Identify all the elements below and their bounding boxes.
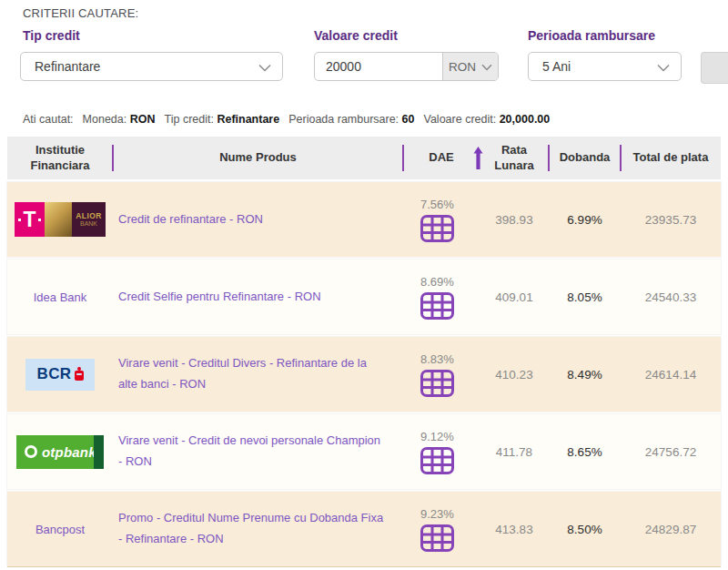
header-divider <box>402 145 404 171</box>
valoare-credit-input[interactable] <box>315 53 442 80</box>
total-de-plata-value: 24756.72 <box>621 414 721 489</box>
perioada-rambursare-select[interactable]: 5 Ani <box>528 52 682 81</box>
institution-cell: Idea Bank <box>7 260 113 334</box>
tip-credit-select[interactable]: Refinantare <box>20 52 283 81</box>
alior-gold-emblem <box>45 202 72 237</box>
dae-cell: 8.83% <box>403 337 480 412</box>
header-divider <box>548 145 550 171</box>
rata-lunara-value: 398.93 <box>480 182 549 257</box>
chevron-down-icon <box>481 64 492 71</box>
dae-cell: 9.23% <box>403 492 480 566</box>
table-row: otpbank Virare venit - Credit de nevoi p… <box>7 414 721 489</box>
currency-select[interactable]: RON <box>442 53 498 80</box>
otp-wordmark: otpbank <box>42 444 96 460</box>
summary-label: Moneda: <box>83 113 127 126</box>
summary-value: 20,000.00 <box>500 113 551 126</box>
dae-cell: 8.69% <box>403 260 480 334</box>
bcr-logo[interactable]: BCR <box>25 359 95 391</box>
product-link[interactable]: Credit de refinantare - RON <box>118 209 263 230</box>
product-cell: Virare venit - Creditul Divers - Refinan… <box>113 337 403 412</box>
alior-name-line2: BANK <box>80 220 97 228</box>
summary-prefix: Ati cautat: <box>23 113 74 126</box>
summary-item: Tip credit: Refinantare <box>165 113 280 126</box>
header-divider <box>112 145 114 171</box>
product-link[interactable]: Virare venit - Creditul Divers - Refinan… <box>118 353 387 395</box>
perioada-rambursare-label: Perioada rambursare <box>528 28 655 43</box>
dobanda-value: 8.65% <box>549 414 621 489</box>
tip-credit-value: Refinantare <box>35 59 100 74</box>
dae-cell: 9.12% <box>403 414 480 489</box>
tip-credit-label: Tip credit <box>23 28 80 43</box>
summary-value: RON <box>130 113 156 126</box>
total-de-plata-value: 23935.73 <box>621 182 721 257</box>
institution-cell: BCR <box>7 337 113 412</box>
total-de-plata-value: 24540.33 <box>621 260 721 334</box>
criteria-title: CRITERII CAUTARE: <box>23 6 138 20</box>
header-divider <box>620 145 622 171</box>
otp-logo-strip <box>94 435 104 469</box>
product-link[interactable]: Virare venit - Credit de nevoi personale… <box>118 431 387 473</box>
table-row: TALIORBANK Credit de refinantare - RON 7… <box>7 182 721 257</box>
credit-comparison-page: CRITERII CAUTARE: Tip credit Valoare cre… <box>0 0 728 570</box>
chevron-down-icon <box>258 64 271 72</box>
bcr-wordmark: BCR <box>36 365 71 383</box>
table-row: Idea Bank Credit Selfie pentru Refinanta… <box>7 260 721 334</box>
col-header-institutie-financiara[interactable]: Institutie Financiara <box>7 137 113 179</box>
product-cell: Credit de refinantare - RON <box>113 182 403 257</box>
product-cell: Virare venit - Credit de nevoi personale… <box>113 414 403 489</box>
rate-table-icon[interactable] <box>420 370 454 397</box>
bank-name-link[interactable]: Idea Bank <box>34 290 87 304</box>
institution-cell: otpbank <box>7 414 113 489</box>
rata-lunara-value: 409.01 <box>480 260 549 334</box>
otp-bank-logo[interactable]: otpbank <box>16 435 104 469</box>
col-header-total-de-plata[interactable]: Total de plata <box>621 137 721 179</box>
alior-name-line1: ALIOR <box>76 211 101 220</box>
truncated-button[interactable] <box>701 52 728 84</box>
rata-lunara-value: 413.83 <box>480 492 549 566</box>
alior-bank-wordmark: ALIORBANK <box>72 202 106 237</box>
rate-table-icon[interactable] <box>420 524 454 552</box>
dae-value: 7.56% <box>420 198 454 211</box>
total-de-plata-value: 24829.87 <box>621 492 721 566</box>
telekom-alior-bank-logo[interactable]: TALIORBANK <box>15 202 106 237</box>
summary-value: 60 <box>402 113 415 126</box>
col-header-nume-produs[interactable]: Nume Produs <box>113 137 403 179</box>
summary-item: Perioada rambursare: 60 <box>288 113 414 126</box>
rate-table-icon[interactable] <box>420 447 454 474</box>
summary-value: Refinantare <box>217 113 279 126</box>
dobanda-value: 8.50% <box>549 492 621 566</box>
product-cell: Promo - Creditul Nume Prenume cu Dobanda… <box>113 492 403 566</box>
col-header-rata-lunara[interactable]: Rata Lunara <box>480 137 549 179</box>
chevron-down-icon <box>657 64 670 72</box>
total-de-plata-value: 24614.14 <box>621 337 721 412</box>
summary-label: Perioada rambursare: <box>288 113 399 126</box>
table-row: Bancpost Promo - Creditul Nume Prenume c… <box>7 492 721 566</box>
product-link[interactable]: Promo - Creditul Nume Prenume cu Dobanda… <box>118 508 387 550</box>
table-row: BCR Virare venit - Creditul Divers - Ref… <box>7 337 721 412</box>
bank-name-link[interactable]: Bancpost <box>35 523 85 536</box>
rate-table-icon[interactable] <box>420 292 454 320</box>
product-link[interactable]: Credit Selfie pentru Refinantare - RON <box>118 287 321 308</box>
currency-value: RON <box>449 60 476 74</box>
col-header-dae[interactable]: DAE <box>403 137 480 179</box>
rate-table-icon[interactable] <box>420 215 454 242</box>
erste-savings-box-icon <box>75 371 84 381</box>
search-summary: Ati cautat:Moneda: RONTip credit: Refina… <box>23 113 550 126</box>
valoare-credit-label: Valoare credit <box>314 28 398 43</box>
dae-value: 9.12% <box>420 430 454 443</box>
dae-value: 8.69% <box>420 275 454 289</box>
telekom-t-mark: T <box>15 202 45 237</box>
institution-cell: TALIORBANK <box>7 182 113 257</box>
table-header: Institutie Financiara Nume Produs DAE Ra… <box>7 137 721 179</box>
col-header-dobanda[interactable]: Dobanda <box>549 137 621 179</box>
valoare-credit-group: RON <box>314 52 499 81</box>
summary-label: Tip credit: <box>165 113 214 126</box>
rata-lunara-value: 411.78 <box>480 414 549 489</box>
sort-ascending-icon[interactable] <box>473 146 483 170</box>
product-cell: Credit Selfie pentru Refinantare - RON <box>113 260 403 334</box>
institution-cell: Bancpost <box>7 492 113 566</box>
results-table: Institutie Financiara Nume Produs DAE Ra… <box>7 137 721 567</box>
summary-item: Valoare credit: 20,000.00 <box>424 113 551 126</box>
perioada-rambursare-value: 5 Ani <box>542 59 571 74</box>
dobanda-value: 8.49% <box>549 337 621 412</box>
